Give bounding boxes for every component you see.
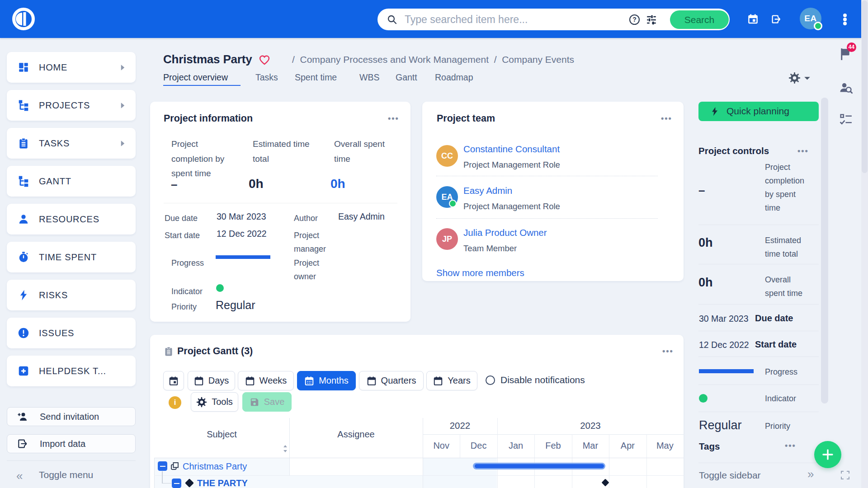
svg-text:?: ? bbox=[632, 16, 637, 23]
